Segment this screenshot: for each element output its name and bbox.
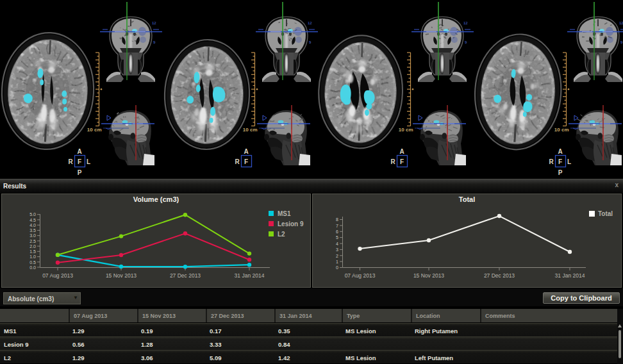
- svg-text:3: 3: [336, 247, 338, 252]
- svg-text:15 Nov 2013: 15 Nov 2013: [106, 272, 137, 279]
- svg-text:0.0: 0.0: [29, 265, 36, 270]
- svg-text:3.5: 3.5: [29, 228, 36, 233]
- svg-text:10 cm: 10 cm: [399, 127, 413, 133]
- svg-text:3.0: 3.0: [29, 233, 36, 238]
- svg-text:1.5: 1.5: [29, 249, 36, 254]
- svg-text:31 Jan 2014: 31 Jan 2014: [235, 272, 265, 279]
- svg-text:8: 8: [336, 217, 338, 222]
- svg-text:R: R: [235, 158, 240, 165]
- svg-text:Total: Total: [598, 210, 613, 217]
- svg-text:10 cm: 10 cm: [243, 127, 258, 133]
- svg-text:4: 4: [336, 242, 338, 246]
- svg-text:07 Aug 2013: 07 Aug 2013: [42, 272, 73, 279]
- svg-text:P: P: [78, 169, 82, 176]
- svg-text:MS1: MS1: [278, 210, 291, 217]
- svg-text:6: 6: [336, 229, 338, 234]
- svg-text:9: 9: [465, 40, 467, 44]
- svg-text:7: 7: [336, 224, 338, 228]
- svg-text:L: L: [87, 158, 90, 165]
- svg-text:0.5: 0.5: [29, 260, 36, 265]
- svg-text:07 Aug 2013: 07 Aug 2013: [345, 272, 376, 279]
- svg-text:12: 12: [463, 21, 468, 25]
- svg-text:27 Dec 2013: 27 Dec 2013: [484, 272, 515, 279]
- svg-text:R: R: [68, 158, 73, 165]
- svg-text:A: A: [244, 148, 248, 155]
- svg-text:F: F: [400, 158, 404, 165]
- svg-text:12: 12: [619, 21, 623, 25]
- svg-text:27 Dec 2013: 27 Dec 2013: [170, 272, 201, 279]
- svg-text:10 cm: 10 cm: [554, 127, 569, 133]
- svg-text:2: 2: [336, 254, 338, 258]
- svg-text:10 cm: 10 cm: [87, 127, 102, 133]
- svg-text:12: 12: [308, 21, 312, 25]
- svg-text:2.0: 2.0: [29, 244, 36, 249]
- svg-text:31 Jan 2014: 31 Jan 2014: [555, 272, 585, 279]
- svg-text:A: A: [77, 148, 81, 155]
- svg-text:9: 9: [309, 40, 312, 44]
- svg-text:Lesion 9: Lesion 9: [278, 220, 304, 228]
- svg-text:P: P: [558, 169, 563, 176]
- svg-text:0: 0: [336, 265, 338, 270]
- svg-text:A: A: [558, 148, 562, 155]
- svg-text:5: 5: [336, 235, 338, 240]
- svg-text:1: 1: [336, 260, 338, 264]
- svg-text:R: R: [390, 158, 395, 165]
- svg-text:A: A: [399, 148, 404, 155]
- svg-text:2.5: 2.5: [29, 239, 36, 244]
- svg-text:12: 12: [152, 21, 156, 25]
- svg-text:15 Nov 2013: 15 Nov 2013: [413, 272, 444, 279]
- svg-text:L2: L2: [278, 231, 285, 238]
- svg-text:4.0: 4.0: [29, 223, 36, 228]
- svg-text:F: F: [78, 158, 81, 165]
- svg-text:R: R: [549, 158, 554, 165]
- svg-text:9: 9: [620, 40, 623, 44]
- svg-text:1.0: 1.0: [29, 254, 36, 259]
- svg-text:4.5: 4.5: [29, 218, 36, 222]
- svg-text:F: F: [558, 158, 562, 165]
- svg-text:9: 9: [153, 40, 156, 44]
- svg-text:L: L: [567, 158, 571, 165]
- svg-text:5.0: 5.0: [29, 212, 36, 217]
- svg-text:F: F: [244, 158, 248, 165]
